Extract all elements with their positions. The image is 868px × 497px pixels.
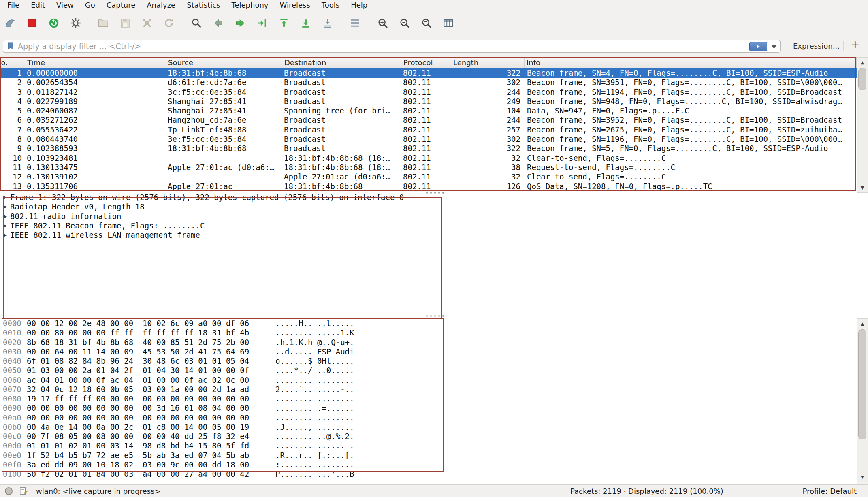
detail-row[interactable]: ▶ Radiotap Header v0, Length 18 xyxy=(0,202,868,211)
filter-apply-button[interactable] xyxy=(749,42,767,51)
colorize-button[interactable] xyxy=(348,15,362,31)
detail-row[interactable]: ▶ Frame 1: 322 bytes on wire (2576 bits)… xyxy=(0,193,868,202)
restart-capture-button[interactable] xyxy=(47,15,61,31)
hex-row[interactable]: 00d0 01 01 01 02 01 00 03 14 98 d8 bd b4… xyxy=(0,441,857,450)
expand-arrow-icon[interactable]: ▶ xyxy=(3,202,8,211)
scroll-up-icon[interactable]: ▲ xyxy=(857,319,868,328)
packet-row[interactable]: 4 0.022799189 Shanghai_27:85:41 Broadcas… xyxy=(0,97,857,106)
menu-item[interactable]: Statistics xyxy=(181,0,226,11)
scrollbar-thumb[interactable] xyxy=(858,329,866,439)
packet-destination-cell: Broadcast xyxy=(282,68,401,78)
menu-item[interactable]: Edit xyxy=(25,0,51,11)
hex-row[interactable]: 0020 8b 68 18 31 bf 4b 8b 68 40 00 85 51… xyxy=(0,338,857,347)
hex-row[interactable]: 00c0 00 7f 08 05 00 08 00 00 00 00 40 dd… xyxy=(0,432,857,441)
scrollbar-thumb[interactable] xyxy=(858,68,866,90)
hex-row[interactable]: 0090 00 00 00 00 00 00 00 00 00 3d 16 01… xyxy=(0,403,857,413)
detail-row[interactable]: ▶ 802.11 radio information xyxy=(0,212,868,221)
packet-row[interactable]: 11 0.130133475 Apple_27:01:ac (d0:a6:… 1… xyxy=(0,163,857,172)
column-header-protocol[interactable]: Protocol xyxy=(401,58,451,68)
hex-row[interactable]: 0100 50 f2 02 01 01 84 00 03 a4 00 00 27… xyxy=(0,469,857,479)
capture-options-button[interactable] xyxy=(69,15,83,31)
find-packet-button[interactable] xyxy=(190,15,203,31)
go-to-last-button[interactable] xyxy=(299,15,313,31)
zoom-out-button[interactable] xyxy=(398,15,412,31)
packet-row[interactable]: 2 0.002654354 d6:61:fe:cd:7a:6e Broadcas… xyxy=(0,78,857,87)
packet-row[interactable]: 7 0.055536422 Tp-LinkT_ef:48:88 Broadcas… xyxy=(0,125,857,134)
display-filter-field[interactable] xyxy=(3,40,781,53)
hex-row[interactable]: 00f0 3a ed dd 09 00 10 18 02 03 00 9c 00… xyxy=(0,460,857,469)
packet-row[interactable]: 5 0.024060087 Shanghai_27:85:41 Spanning… xyxy=(0,106,857,115)
hex-row[interactable]: 0080 19 17 ff ff ff 00 00 00 00 00 00 00… xyxy=(0,394,857,403)
go-forward-button[interactable] xyxy=(233,15,247,31)
menu-item[interactable]: Wireless xyxy=(274,0,316,11)
filter-bookmark-icon[interactable] xyxy=(6,41,15,51)
open-file-button[interactable] xyxy=(96,15,110,31)
go-back-button[interactable] xyxy=(211,15,225,31)
column-header-time[interactable]: Time xyxy=(25,58,166,68)
column-header-length[interactable]: Length xyxy=(451,58,525,68)
packet-row[interactable]: 10 0.103923481 18:31:bf:4b:8b:68 (18:… 8… xyxy=(0,154,857,163)
reload-file-button[interactable] xyxy=(162,15,176,31)
column-header-source[interactable]: Source xyxy=(166,58,282,68)
menu-item[interactable]: View xyxy=(51,0,79,11)
pane-splitter-handle[interactable] xyxy=(426,315,428,317)
close-file-button[interactable] xyxy=(140,15,154,31)
stop-capture-button[interactable] xyxy=(25,15,39,31)
auto-scroll-button[interactable] xyxy=(321,15,335,31)
hex-ascii: :....... ........ xyxy=(275,460,354,469)
go-to-first-button[interactable] xyxy=(277,15,291,31)
hex-row[interactable]: 0040 6f 01 08 82 84 8b 96 24 30 48 6c 03… xyxy=(0,356,857,366)
scroll-down-icon[interactable]: ▼ xyxy=(857,183,868,192)
profile-button[interactable]: Profile: Default xyxy=(802,487,857,495)
expression-button[interactable]: Expression... xyxy=(793,42,840,50)
hex-scrollbar[interactable]: ▲ ▼ xyxy=(857,318,868,482)
packet-row[interactable]: 6 0.035271262 Hangzhou_cd:7a:6e Broadcas… xyxy=(0,115,857,125)
add-filter-button[interactable]: + xyxy=(851,38,860,51)
pane-splitter-handle[interactable] xyxy=(426,192,428,194)
filter-dropdown-icon[interactable] xyxy=(771,45,777,49)
scroll-down-icon[interactable]: ▼ xyxy=(857,472,868,482)
hex-row[interactable]: 0070 32 04 0c 12 18 60 0b 05 03 00 1a 00… xyxy=(0,385,857,394)
hex-row[interactable]: 0030 00 00 64 00 11 14 00 09 45 53 50 2d… xyxy=(0,347,857,356)
expand-arrow-icon[interactable]: ▶ xyxy=(3,212,8,221)
menu-item[interactable]: Capture xyxy=(101,0,141,11)
hex-row[interactable]: 00b0 00 4a 0e 14 00 0a 00 2c 01 c8 00 14… xyxy=(0,422,857,432)
packet-row[interactable]: 12 0.130139102 Apple_27:01:ac (d0:a6:… 8… xyxy=(0,172,857,181)
column-header-info[interactable]: Info xyxy=(525,58,857,68)
menu-item[interactable]: Help xyxy=(345,0,373,11)
packet-list-scrollbar[interactable]: ▲ ▼ xyxy=(857,57,868,193)
save-file-button[interactable] xyxy=(118,15,132,31)
packet-row[interactable]: 9 0.102388593 18:31:bf:4b:8b:68 Broadcas… xyxy=(0,144,857,153)
packet-row[interactable]: 8 0.080443740 3e:f5:cc:0e:35:84 Broadcas… xyxy=(0,134,857,144)
go-to-packet-button[interactable] xyxy=(255,15,269,31)
expert-info-icon[interactable] xyxy=(5,487,13,495)
expand-arrow-icon[interactable]: ▶ xyxy=(3,230,8,240)
hex-row[interactable]: 0050 01 03 00 00 2a 01 04 2f 01 04 30 14… xyxy=(0,366,857,375)
detail-row[interactable]: ▶ IEEE 802.11 wireless LAN management fr… xyxy=(0,230,868,240)
expand-arrow-icon[interactable]: ▶ xyxy=(3,193,8,202)
resize-columns-button[interactable] xyxy=(441,15,455,31)
column-header-no[interactable]: No. xyxy=(0,58,25,68)
detail-row[interactable]: ▶ IEEE 802.11 Beacon frame, Flags: .....… xyxy=(0,221,868,230)
menu-item[interactable]: Analyze xyxy=(141,0,181,11)
expand-arrow-icon[interactable]: ▶ xyxy=(3,221,8,230)
hex-row[interactable]: 00e0 1f 52 b4 b5 b7 72 ae e5 5b ab 3a ed… xyxy=(0,451,857,460)
hex-row[interactable]: 00a0 00 00 00 00 00 00 00 00 00 00 00 00… xyxy=(0,413,857,422)
start-capture-button[interactable] xyxy=(3,15,17,31)
display-filter-input[interactable] xyxy=(18,41,780,52)
column-header-destination[interactable]: Destination xyxy=(282,58,401,68)
zoom-reset-button[interactable] xyxy=(420,15,433,31)
hex-row[interactable]: 0010 00 00 80 00 00 00 ff ff ff ff ff ff… xyxy=(0,328,857,337)
menu-item[interactable]: File xyxy=(2,0,25,11)
packet-row[interactable]: 3 0.011827142 3c:f5:cc:0e:35:84 Broadcas… xyxy=(0,87,857,97)
menu-item[interactable]: Go xyxy=(79,0,101,11)
scroll-up-icon[interactable]: ▲ xyxy=(857,58,868,67)
packet-row[interactable]: 1 0.000000000 18:31:bf:4b:8b:68 Broadcas… xyxy=(0,68,857,78)
hex-row[interactable]: 0060 ac 04 01 00 00 0f ac 04 01 00 00 0f… xyxy=(0,375,857,385)
packet-row[interactable]: 13 0.135311706 Apple_27:01:ac 18:31:bf:4… xyxy=(0,182,857,191)
menu-item[interactable]: Telephony xyxy=(226,0,274,11)
capture-comment-icon[interactable] xyxy=(19,486,28,495)
hex-row[interactable]: 0000 00 00 12 00 2e 48 00 00 10 02 6c 09… xyxy=(0,319,857,328)
menu-item[interactable]: Tools xyxy=(316,0,345,11)
zoom-in-button[interactable] xyxy=(376,15,390,31)
